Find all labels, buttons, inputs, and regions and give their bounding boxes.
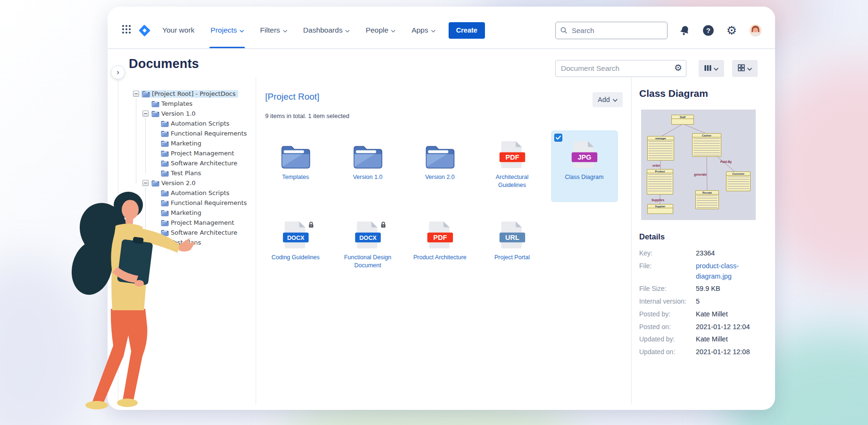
nav-item-projects[interactable]: Projects — [210, 12, 244, 48]
tree-expander-icon[interactable]: − — [142, 110, 149, 117]
uml-class-name: manager — [648, 136, 674, 140]
gear-glyph: ⚙ — [726, 25, 737, 36]
nav-item-apps[interactable]: Apps — [411, 12, 435, 48]
folder-icon — [161, 140, 169, 147]
apps-grid-icon — [121, 24, 132, 36]
tree-item-project-management-13[interactable]: Project Management — [131, 218, 256, 228]
detail-row-file: File:product-class-diagram.jpg — [639, 261, 769, 282]
tree-item-project-root-projectdocs[interactable]: − [Project Root] - ProjectDocs — [131, 89, 256, 99]
folder-icon — [161, 130, 169, 137]
grid-view-icon — [738, 64, 745, 73]
detail-value-link[interactable]: product-class-diagram.jpg — [696, 261, 762, 282]
help-icon[interactable]: ? — [701, 24, 715, 37]
tree-item-automation-scripts-3[interactable]: Automation Scripts — [131, 119, 256, 128]
global-search — [555, 22, 668, 39]
tree-item-software-architecture-7[interactable]: Software Architecture — [131, 158, 256, 168]
detail-value: Kate Millet — [696, 309, 762, 320]
tree-expander-icon[interactable]: − — [133, 91, 139, 97]
uml-class-customer: Customer — [726, 171, 751, 191]
create-button[interactable]: Create — [449, 22, 485, 39]
tree-item-functional-requirements-4[interactable]: Functional Requirements — [131, 128, 256, 138]
folder-icon — [142, 91, 150, 97]
tree-node: Project Management — [160, 150, 236, 157]
tree-item-label: Functional Requirements — [171, 130, 247, 136]
tree-item-functional-requirements-11[interactable]: Functional Requirements — [131, 198, 256, 208]
tree-item-automation-scripts-10[interactable]: Automation Scripts — [131, 188, 256, 198]
preview-image[interactable]: orderSuppliesgeneratePaid-ByStaffmanager… — [641, 110, 756, 220]
jira-logo-icon[interactable] — [138, 24, 151, 37]
tree-item-templates[interactable]: Templates — [131, 99, 256, 109]
sidebar-collapse-button[interactable]: › — [111, 65, 125, 79]
columns-icon — [704, 65, 711, 73]
detail-value: 2021-01-12 12:04 — [696, 322, 762, 332]
tree-item-marketing-5[interactable]: Marketing — [131, 138, 256, 148]
document-search-input[interactable] — [555, 60, 686, 77]
document-tile-class-diagram[interactable]: JPG Class Diagram — [551, 130, 618, 202]
chevron-down-icon — [391, 26, 395, 34]
folder-icon — [161, 210, 169, 216]
app-window: Your workProjectsFiltersDashboardsPeople… — [108, 7, 775, 410]
tree-item-version-1-0[interactable]: − Version 1.0 — [131, 109, 256, 119]
app-switcher-button[interactable] — [120, 24, 133, 37]
document-tile-functional-design-document[interactable]: DOCX Functional Design Document — [334, 211, 401, 282]
columns-view-button[interactable] — [699, 60, 724, 77]
tree-item-project-management-6[interactable]: Project Management — [131, 148, 256, 158]
user-avatar[interactable] — [749, 24, 762, 37]
sidebar-rail-divider — [118, 73, 118, 405]
detail-label: Updated on: — [639, 347, 696, 357]
nav-item-filters[interactable]: Filters — [260, 12, 287, 48]
document-tile-label: Functional Design Document — [338, 254, 398, 270]
nav-item-your-work[interactable]: Your work — [162, 12, 194, 48]
tree-item-label: Software Architecture — [171, 160, 237, 166]
tree-item-label: Automation Scripts — [171, 190, 229, 196]
folder-icon — [161, 230, 169, 236]
tree-node: Test Plans — [160, 239, 203, 246]
detail-row-posted-on: Posted on:2021-01-12 12:04 — [639, 322, 769, 332]
folder-icon — [151, 101, 159, 107]
uml-class-attributes — [649, 141, 673, 159]
document-tile-architectural-guidelines[interactable]: PDF Architectural Guidelines — [479, 130, 546, 202]
nav-item-dashboards[interactable]: Dashboards — [303, 12, 350, 48]
tree-item-marketing-12[interactable]: Marketing — [131, 208, 256, 218]
tree-expander-icon[interactable]: − — [142, 180, 149, 186]
document-tile-version-2-0[interactable]: Version 2.0 — [407, 130, 474, 202]
selected-checkbox[interactable] — [554, 134, 562, 142]
uml-class-attributes — [648, 174, 672, 193]
tree-item-label: Project Management — [171, 220, 234, 226]
tree-node: Marketing — [160, 140, 204, 147]
detail-value: Kate Millet — [696, 334, 762, 345]
details-heading: Details — [639, 232, 665, 241]
document-tile-version-1-0[interactable]: Version 1.0 — [334, 130, 401, 202]
navbar-right: ? ⚙ — [555, 22, 762, 39]
tree-item-label: Automation Scripts — [171, 120, 229, 127]
folder-tree: − [Project Root] - ProjectDocs Templates… — [131, 89, 256, 247]
tree-node: Functional Requirements — [160, 130, 249, 137]
notifications-bell-icon[interactable] — [678, 24, 691, 37]
folder-icon — [352, 136, 384, 169]
detail-label: Posted by: — [639, 309, 696, 320]
document-tile-coding-guidelines[interactable]: DOCX Coding Guidelines — [262, 211, 329, 282]
tree-item-software-architecture-14[interactable]: Software Architecture — [131, 228, 256, 238]
tree-node: Software Architecture — [160, 229, 240, 237]
search-input[interactable] — [555, 22, 668, 39]
tree-item-test-plans-15[interactable]: Test Plans — [131, 238, 256, 247]
svg-text:JPG: JPG — [577, 153, 591, 161]
tree-item-test-plans-8[interactable]: Test Plans — [131, 168, 256, 178]
document-tile-label: Project Portal — [494, 254, 530, 262]
uml-class-cashier: Cashier — [692, 133, 721, 157]
document-tile-templates[interactable]: Templates — [262, 130, 329, 202]
tree-item-version-2-0[interactable]: − Version 2.0 — [131, 178, 256, 188]
grid-view-button[interactable] — [732, 60, 758, 77]
tree-guide-line — [145, 119, 146, 173]
detail-label: File: — [639, 261, 696, 282]
uml-class-name: Supplier — [648, 204, 673, 208]
settings-gear-icon[interactable]: ⚙ — [725, 24, 738, 37]
add-button[interactable]: Add — [593, 92, 623, 107]
nav-item-people[interactable]: People — [366, 12, 395, 48]
detail-label: Posted on: — [639, 322, 696, 332]
document-tile-product-architecture[interactable]: PDF Product Architecture — [407, 211, 474, 282]
tree-node: [Project Root] - ProjectDocs — [141, 90, 238, 98]
search-options-gear-icon[interactable]: ⚙ — [674, 63, 682, 72]
detail-row-internal-version: Internal version:5 — [639, 297, 769, 307]
document-tile-project-portal[interactable]: URL Project Portal — [479, 211, 546, 282]
